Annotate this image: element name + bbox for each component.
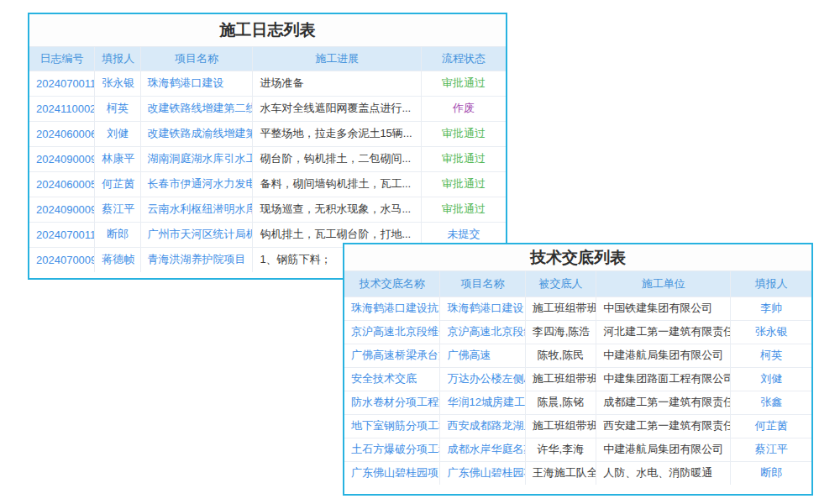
column-header-company: 施工单位 bbox=[596, 271, 731, 297]
project-link[interactable]: 改建铁路线增建第二线直... bbox=[140, 96, 253, 121]
column-header-reporter: 填报人 bbox=[731, 271, 811, 297]
page-background: 施工日志列表 日志编号 填报人 项目名称 施工进展 流程状态 202407001… bbox=[0, 0, 840, 504]
project-link[interactable]: 京沪高速北京段维修 bbox=[440, 320, 525, 344]
company-text: 中建港航局集团有限公司 bbox=[596, 344, 731, 367]
table-row: 2024060005何芷茵长春市伊通河水力发电厂...备料，砌间墙钩机排土，瓦工… bbox=[29, 171, 506, 197]
company-text: 河北建工第一建筑有限责任公司 bbox=[596, 320, 731, 344]
recipient-text: 李四海,陈浩 bbox=[525, 320, 596, 344]
table-row: 土石方爆破分项工程...成都水岸华庭名苑...许华,李海中建港航局集团有限公司蔡… bbox=[344, 438, 811, 461]
table-row: 京沪高速北京段维修...京沪高速北京段维修李四海,陈浩河北建工第一建筑有限责任公… bbox=[344, 320, 811, 344]
recipient-text: 陈牧,陈民 bbox=[525, 344, 596, 367]
progress-text: 平整场地，拉走多余泥土15辆... bbox=[253, 121, 422, 146]
reporter-link[interactable]: 何芷茵 bbox=[95, 171, 140, 197]
progress-text: 进场准备 bbox=[253, 71, 422, 96]
project-link[interactable]: 华润12城房建工... bbox=[440, 391, 525, 414]
disclosure-name-link[interactable]: 地下室钢筋分项工程... bbox=[344, 414, 440, 438]
technical-disclosure-header-row: 技术交底名称 项目名称 被交底人 施工单位 填报人 bbox=[344, 271, 811, 297]
reporter-link[interactable]: 张永银 bbox=[731, 320, 811, 344]
reporter-link[interactable]: 柯英 bbox=[95, 96, 140, 121]
disclosure-name-link[interactable]: 广佛高速桥梁承台施... bbox=[344, 344, 440, 367]
reporter-link[interactable]: 蔡江平 bbox=[731, 438, 811, 461]
recipient-text: 施工班组带班... bbox=[525, 414, 596, 438]
company-text: 中国铁建集团有限公司 bbox=[596, 297, 731, 320]
project-link[interactable]: 西安成都路龙湖上... bbox=[440, 414, 525, 438]
company-text: 中建集团路面工程有限公司 bbox=[596, 367, 731, 391]
disclosure-name-link[interactable]: 京沪高速北京段维修... bbox=[344, 320, 440, 344]
disclosure-name-link[interactable]: 土石方爆破分项工程... bbox=[344, 438, 440, 461]
construction-log-title: 施工日志列表 bbox=[29, 14, 506, 47]
construction-log-header-row: 日志编号 填报人 项目名称 施工进展 流程状态 bbox=[29, 47, 506, 71]
project-link[interactable]: 云南水利枢纽潜明水库一... bbox=[140, 197, 253, 222]
status-badge: 作废 bbox=[422, 96, 506, 121]
disclosure-name-link[interactable]: 防水卷材分项工程施... bbox=[344, 391, 440, 414]
status-badge: 审批通过 bbox=[422, 71, 506, 96]
log-id-link[interactable]: 2024060005 bbox=[29, 171, 95, 197]
log-id-link[interactable]: 2024070011 bbox=[29, 71, 95, 96]
disclosure-name-link[interactable]: 珠海鹤港口建设抗浮... bbox=[344, 297, 440, 320]
reporter-link[interactable]: 张鑫 bbox=[731, 391, 811, 414]
reporter-link[interactable]: 柯英 bbox=[731, 344, 811, 367]
log-id-link[interactable]: 2024060006 bbox=[29, 121, 95, 146]
reporter-link[interactable]: 何芷茵 bbox=[731, 414, 811, 438]
project-link[interactable]: 万达办公楼左侧A... bbox=[440, 367, 525, 391]
project-link[interactable]: 改建铁路成渝线增建第二... bbox=[140, 121, 253, 146]
project-link[interactable]: 成都水岸华庭名苑... bbox=[440, 438, 525, 461]
log-id-link[interactable]: 2024110002 bbox=[29, 96, 95, 121]
column-header-disclosure-name: 技术交底名称 bbox=[344, 271, 440, 297]
project-link[interactable]: 珠海鹤港口建设 bbox=[140, 71, 253, 96]
reporter-link[interactable]: 李帅 bbox=[731, 297, 811, 320]
recipient-text: 陈晨,陈铭 bbox=[525, 391, 596, 414]
project-link[interactable]: 珠海鹤港口建设 bbox=[440, 297, 525, 320]
disclosure-name-link[interactable]: 安全技术交底 bbox=[344, 367, 440, 391]
recipient-text: 施工班组带班... bbox=[525, 367, 596, 391]
column-header-status: 流程状态 bbox=[422, 47, 506, 71]
company-text: 西安建工第一建筑有限责任公司 bbox=[596, 414, 731, 438]
reporter-link[interactable]: 张永银 bbox=[95, 71, 140, 96]
project-link[interactable]: 广东佛山碧桂园项目 bbox=[440, 461, 525, 485]
progress-text: 现场巡查，无积水现象，水马... bbox=[253, 197, 422, 222]
column-header-project: 项目名称 bbox=[140, 47, 253, 71]
progress-text: 水车对全线遮阳网覆盖点进行... bbox=[253, 96, 422, 121]
column-header-reporter: 填报人 bbox=[95, 47, 140, 71]
reporter-link[interactable]: 林康平 bbox=[95, 146, 140, 171]
reporter-link[interactable]: 刘健 bbox=[731, 367, 811, 391]
table-row: 安全技术交底万达办公楼左侧A...施工班组带班...中建集团路面工程有限公司刘健 bbox=[344, 367, 811, 391]
log-id-link[interactable]: 2024090009 bbox=[29, 197, 95, 222]
progress-text: 备料，砌间墙钩机排土，瓦工... bbox=[253, 171, 422, 197]
column-header-recipient: 被交底人 bbox=[525, 271, 596, 297]
column-header-log-id: 日志编号 bbox=[29, 47, 95, 71]
company-text: 中建港航局集团有限公司 bbox=[596, 438, 731, 461]
table-row: 2024090009蔡江平云南水利枢纽潜明水库一...现场巡查，无积水现象，水马… bbox=[29, 197, 506, 222]
status-badge: 审批通过 bbox=[422, 146, 506, 171]
recipient-text: 许华,李海 bbox=[525, 438, 596, 461]
reporter-link[interactable]: 刘健 bbox=[95, 121, 140, 146]
reporter-link[interactable]: 断郎 bbox=[95, 222, 140, 247]
project-link[interactable]: 广佛高速 bbox=[440, 344, 525, 367]
log-id-link[interactable]: 2024090009 bbox=[29, 146, 95, 171]
project-link[interactable]: 长春市伊通河水力发电厂... bbox=[140, 171, 253, 197]
reporter-link[interactable]: 断郎 bbox=[731, 461, 811, 485]
status-badge: 审批通过 bbox=[422, 121, 506, 146]
reporter-link[interactable]: 蒋德帧 bbox=[95, 247, 140, 272]
reporter-link[interactable]: 蔡江平 bbox=[95, 197, 140, 222]
project-link[interactable]: 广州市天河区统计局机房... bbox=[140, 222, 253, 247]
column-header-progress: 施工进展 bbox=[253, 47, 422, 71]
log-id-link[interactable]: 2024070009 bbox=[29, 247, 95, 272]
table-row: 广东佛山碧桂园项目...广东佛山碧桂园项目王海施工队全队人防、水电、消防暖通断郎 bbox=[344, 461, 811, 485]
table-row: 2024110002柯英改建铁路线增建第二线直...水车对全线遮阳网覆盖点进行.… bbox=[29, 96, 506, 121]
table-row: 地下室钢筋分项工程...西安成都路龙湖上...施工班组带班...西安建工第一建筑… bbox=[344, 414, 811, 438]
table-row: 珠海鹤港口建设抗浮...珠海鹤港口建设施工班组带班...中国铁建集团有限公司李帅 bbox=[344, 297, 811, 320]
project-link[interactable]: 湖南洞庭湖水库引水工程... bbox=[140, 146, 253, 171]
project-link[interactable]: 青海洪湖养护院项目 bbox=[140, 247, 253, 272]
progress-text: 砌台阶，钩机排土，二包砌间... bbox=[253, 146, 422, 171]
status-badge: 审批通过 bbox=[422, 171, 506, 197]
column-header-project: 项目名称 bbox=[440, 271, 525, 297]
construction-log-table: 日志编号 填报人 项目名称 施工进展 流程状态 2024070011张永银珠海鹤… bbox=[29, 47, 506, 272]
table-row: 防水卷材分项工程施...华润12城房建工...陈晨,陈铭成都建工第一建筑有限责任… bbox=[344, 391, 811, 414]
company-text: 人防、水电、消防暖通 bbox=[596, 461, 731, 485]
table-row: 2024070011张永银珠海鹤港口建设进场准备审批通过 bbox=[29, 71, 506, 96]
company-text: 成都建工第一建筑有限责任公司 bbox=[596, 391, 731, 414]
log-id-link[interactable]: 2024070011 bbox=[29, 222, 95, 247]
table-row: 广佛高速桥梁承台施...广佛高速陈牧,陈民中建港航局集团有限公司柯英 bbox=[344, 344, 811, 367]
disclosure-name-link[interactable]: 广东佛山碧桂园项目... bbox=[344, 461, 440, 485]
